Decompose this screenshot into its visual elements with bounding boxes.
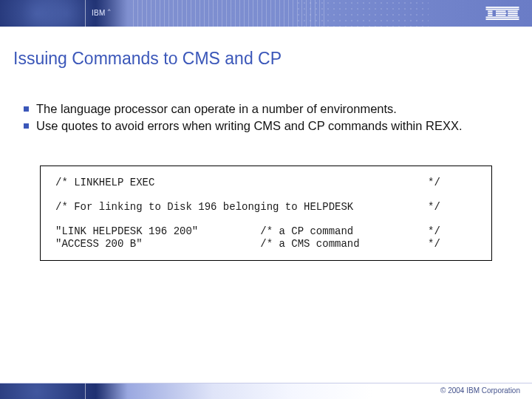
bullet-list: The language processor can operate in a … <box>24 101 520 133</box>
bullet-text: The language processor can operate in a … <box>36 101 397 117</box>
header-brand-text: IBM <box>92 9 106 17</box>
svg-rect-11 <box>486 17 519 18</box>
code-example: /* LINKHELP EXEC */ /* For linking to Di… <box>40 166 492 261</box>
header-brand-caret: ^ <box>108 7 111 14</box>
bullet-icon <box>24 106 29 112</box>
svg-rect-7 <box>508 13 518 14</box>
list-item: Use quotes to avoid errors when writing … <box>24 118 520 134</box>
svg-rect-4 <box>508 10 518 12</box>
svg-rect-12 <box>486 18 519 20</box>
svg-rect-5 <box>488 13 492 14</box>
slide-footer: © 2004 IBM Corporation <box>0 383 532 399</box>
svg-rect-1 <box>486 9 519 10</box>
footer-divider <box>85 383 86 399</box>
header-texture <box>296 0 429 27</box>
ibm-logo-icon <box>485 7 520 20</box>
svg-rect-9 <box>496 15 506 16</box>
bullet-icon <box>24 123 29 129</box>
slide-header: IBM ^ <box>0 0 532 27</box>
svg-rect-10 <box>508 15 518 16</box>
svg-rect-3 <box>496 10 506 12</box>
svg-rect-0 <box>486 7 519 8</box>
bullet-text: Use quotes to avoid errors when writing … <box>36 118 463 134</box>
header-brand-label: IBM ^ <box>92 7 111 17</box>
copyright-text: © 2004 IBM Corporation <box>440 386 520 395</box>
header-divider <box>85 0 86 27</box>
list-item: The language processor can operate in a … <box>24 101 520 117</box>
svg-rect-8 <box>488 15 492 16</box>
slide-title: Issuing Commands to CMS and CP <box>13 49 532 69</box>
svg-rect-6 <box>496 13 506 14</box>
svg-rect-2 <box>488 10 492 12</box>
